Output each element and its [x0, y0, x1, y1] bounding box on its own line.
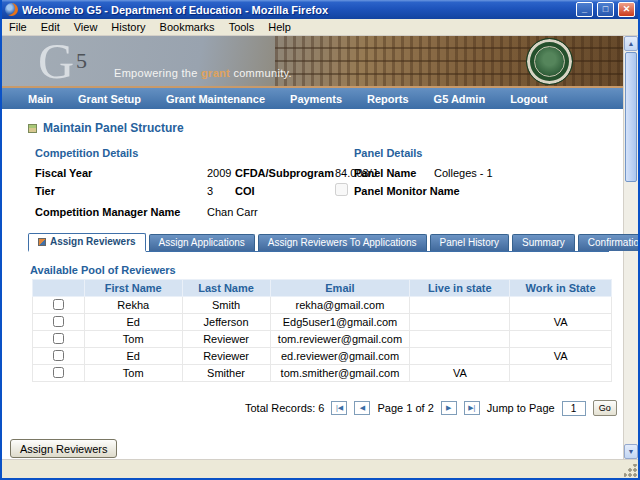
cell-email: rekha@gmail.com	[270, 297, 410, 314]
next-page-button[interactable]: ▶	[441, 401, 457, 415]
scrollbar-track[interactable]	[624, 183, 638, 444]
tab-assign-reviewers-to-applications[interactable]: Assign Reviewers To Applications	[258, 234, 427, 251]
cell-last-name: Reviewer	[182, 348, 270, 365]
tab-bar: Assign Reviewers Assign Applications Ass…	[28, 233, 609, 252]
coi-checkbox	[335, 183, 348, 196]
cell-last-name: Smither	[182, 365, 270, 382]
main-navigation: Main Grant Setup Grant Maintenance Payme…	[2, 88, 623, 109]
cfda-subprogram-label: CFDA/Subprogram	[235, 167, 334, 179]
tab-panel-history[interactable]: Panel History	[430, 234, 509, 251]
go-button[interactable]: Go	[593, 400, 617, 416]
page-title: Maintain Panel Structure	[43, 121, 184, 135]
nav-grant-setup[interactable]: Grant Setup	[78, 93, 141, 105]
row-checkbox[interactable]	[53, 299, 64, 310]
col-last-name: Last Name	[182, 280, 270, 297]
tab-summary[interactable]: Summary	[512, 234, 575, 251]
table-header-row: First Name Last Name Email Live in state…	[33, 280, 612, 297]
tagline-highlight: grant	[201, 67, 230, 79]
total-records: Total Records: 6	[245, 402, 324, 414]
cell-first-name: Ed	[84, 314, 182, 331]
nav-reports[interactable]: Reports	[367, 93, 409, 105]
col-work-in-state: Work in State	[510, 280, 612, 297]
cell-work-in-state	[510, 297, 612, 314]
cell-email: Edg5user1@gmail.com	[270, 314, 410, 331]
cell-first-name: Ed	[84, 348, 182, 365]
seal-inner-ring	[534, 46, 565, 77]
cell-live-in-state	[410, 331, 510, 348]
tab-bullet-icon	[38, 238, 46, 246]
tab-assign-reviewers-label: Assign Reviewers	[50, 236, 136, 247]
g5-logo-5: 5	[76, 48, 87, 74]
scroll-up-icon[interactable]: ▲	[624, 36, 638, 51]
cell-live-in-state	[410, 314, 510, 331]
title-bar[interactable]: Welcome to G5 - Department of Education …	[2, 0, 638, 19]
assign-reviewers-button[interactable]: Assign Reviewers	[10, 439, 117, 458]
nav-logout[interactable]: Logout	[510, 93, 547, 105]
nav-payments[interactable]: Payments	[290, 93, 342, 105]
menu-history[interactable]: History	[104, 20, 152, 34]
cell-work-in-state: VA	[510, 314, 612, 331]
cell-last-name: Jefferson	[182, 314, 270, 331]
g5-banner: G 5 Empowering the grant community.	[2, 36, 623, 88]
menu-view[interactable]: View	[67, 20, 105, 34]
page-title-row: Maintain Panel Structure	[28, 121, 184, 135]
banner-tagline: Empowering the grant community.	[114, 67, 292, 79]
table-row: Ed Reviewer ed.reviewer@gmail.com VA	[33, 348, 612, 365]
row-checkbox[interactable]	[53, 333, 64, 344]
menu-file[interactable]: File	[2, 20, 34, 34]
close-button[interactable]: ✕	[618, 2, 635, 17]
fiscal-year-label: Fiscal Year	[35, 167, 92, 179]
page-title-icon	[28, 124, 37, 133]
scroll-down-icon[interactable]: ▼	[624, 444, 638, 459]
menu-bookmarks[interactable]: Bookmarks	[153, 20, 222, 34]
cell-live-in-state	[410, 348, 510, 365]
row-checkbox[interactable]	[53, 367, 64, 378]
last-page-button[interactable]: ▶|	[464, 401, 480, 415]
status-bar	[2, 459, 638, 478]
cell-work-in-state	[510, 365, 612, 382]
fiscal-year-value: 2009	[207, 167, 231, 179]
nav-grant-maintenance[interactable]: Grant Maintenance	[166, 93, 265, 105]
cell-live-in-state	[410, 297, 510, 314]
table-row: Tom Reviewer tom.reviewer@gmail.com	[33, 331, 612, 348]
col-email: Email	[270, 280, 410, 297]
nav-g5-admin[interactable]: G5 Admin	[434, 93, 486, 105]
tab-confirmation[interactable]: Confirmation	[578, 234, 640, 251]
scrollbar-thumb[interactable]	[625, 52, 637, 182]
firefox-icon	[5, 3, 18, 16]
row-checkbox[interactable]	[53, 350, 64, 361]
tab-assign-reviewers[interactable]: Assign Reviewers	[28, 233, 146, 252]
table-row: Ed Jefferson Edg5user1@gmail.com VA	[33, 314, 612, 331]
tagline-post: community.	[230, 67, 292, 79]
coi-label: COI	[235, 185, 255, 197]
checkbox-column-header	[33, 280, 85, 297]
menu-tools[interactable]: Tools	[222, 20, 262, 34]
minimize-button[interactable]: _	[576, 2, 593, 17]
panel-monitor-label: Panel Monitor Name	[354, 185, 460, 197]
cell-first-name: Tom	[84, 365, 182, 382]
tab-assign-applications[interactable]: Assign Applications	[149, 234, 255, 251]
first-page-button[interactable]: |◀	[331, 401, 347, 415]
maximize-button[interactable]: □	[597, 2, 614, 17]
browser-window: Welcome to G5 - Department of Education …	[0, 0, 640, 480]
page-content: Maintain Panel Structure Competition Det…	[2, 109, 623, 459]
reviewers-table: First Name Last Name Email Live in state…	[32, 279, 612, 382]
menu-help[interactable]: Help	[261, 20, 298, 34]
menu-edit[interactable]: Edit	[34, 20, 67, 34]
cell-email: ed.reviewer@gmail.com	[270, 348, 410, 365]
row-checkbox[interactable]	[53, 316, 64, 327]
nav-main[interactable]: Main	[28, 93, 53, 105]
table-row: Tom Smither tom.smither@gmail.com VA	[33, 365, 612, 382]
jump-to-page-input[interactable]	[562, 401, 586, 416]
cell-last-name: Reviewer	[182, 331, 270, 348]
pagination-bar: Total Records: 6 |◀ ◀ Page 1 of 2 ▶ ▶| J…	[245, 400, 617, 416]
resize-grip[interactable]	[624, 464, 637, 477]
g5-logo-g: G	[38, 36, 74, 88]
previous-page-button[interactable]: ◀	[354, 401, 370, 415]
col-first-name: First Name	[84, 280, 182, 297]
cell-last-name: Smith	[182, 297, 270, 314]
panel-details-heading: Panel Details	[354, 147, 422, 159]
competition-manager-label: Competition Manager Name	[35, 206, 180, 218]
competition-manager-value: Chan Carr	[207, 206, 258, 218]
competition-details-heading: Competition Details	[35, 147, 138, 159]
